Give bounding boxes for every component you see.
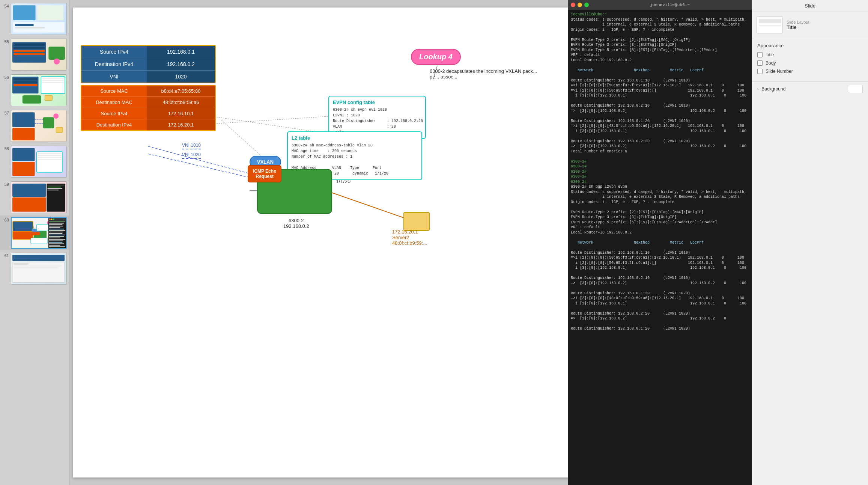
term-rd2-1: Route Distinguisher: 192.168.0.1:10 (L2V… <box>571 250 749 256</box>
svg-rect-19 <box>42 82 64 83</box>
inner-table-container: Source MAC b8:d4:e7:05:65:80 Destination… <box>81 85 216 131</box>
slide-thumbnail-60[interactable]: Lookup 4 <box>11 217 67 249</box>
checkbox-slide-number[interactable] <box>757 69 763 74</box>
background-label: Background <box>761 86 785 92</box>
svg-rect-35 <box>38 159 62 160</box>
svg-point-58 <box>51 218 53 220</box>
inner-value-src-ipv4: 172.16.10.1 <box>147 108 215 119</box>
checkbox-body[interactable] <box>757 60 763 66</box>
term-prompt-3: 6300-2# <box>571 164 749 169</box>
slide-thumbnail-58[interactable] <box>11 146 67 178</box>
inner-row-dst-ipv4: Destination IPv4 172.16.20.1 <box>81 119 215 130</box>
svg-rect-75 <box>49 243 64 244</box>
slide-thumb-59[interactable]: 59 <box>0 180 69 215</box>
term-spacer-6 <box>571 134 749 139</box>
checkbox-body-item[interactable]: Body <box>757 60 863 66</box>
svg-rect-74 <box>49 242 62 243</box>
svg-rect-15 <box>14 84 38 86</box>
slide-thumb-57[interactable]: 57 <box>0 108 69 143</box>
slide-content: Source IPv4 192.168.0.1 Destination IPv4… <box>73 8 639 477</box>
slide-number-61: 61 <box>2 253 9 258</box>
term-spacer-3 <box>571 73 749 78</box>
thumb-content-59 <box>11 182 66 213</box>
svg-rect-45 <box>13 231 33 239</box>
inner-value-dst-ipv4: 172.16.20.1 <box>147 119 215 130</box>
outer-label-src-ipv4: Source IPv4 <box>81 46 147 58</box>
checkbox-title-item[interactable]: Title <box>757 52 863 57</box>
slide-number-55: 55 <box>2 39 9 44</box>
slide-layout-label: Slide Layout <box>787 20 863 24</box>
slide-thumb-56[interactable]: 56 <box>0 73 69 108</box>
slide-number-59: 59 <box>2 182 9 187</box>
checkbox-title[interactable] <box>757 52 763 57</box>
slide-thumbnail-56[interactable] <box>11 74 67 106</box>
svg-rect-8 <box>14 50 45 52</box>
term-prompt-5: 6300-2# <box>571 174 749 179</box>
outer-value-vni: 1020 <box>147 71 215 83</box>
l2-table-title: L2 table <box>292 135 418 141</box>
term-spacer-14 <box>571 321 749 327</box>
slide-thumbnail-55[interactable] <box>11 39 67 71</box>
svg-rect-1 <box>38 5 64 20</box>
terminal-window[interactable]: joeneville@ub6:~ joeneville@ub6:~ Status… <box>568 0 752 485</box>
term-spacer-11 <box>571 271 749 276</box>
slide-thumbnail-61[interactable] <box>11 253 67 285</box>
background-expand-icon[interactable]: › <box>757 87 758 91</box>
svg-rect-63 <box>49 226 63 226</box>
terminal-body[interactable]: joeneville@ub6:~ Status codes: s suppres… <box>568 10 752 485</box>
term-header-1: Network Nexthop Metric LocPrf <box>571 68 749 73</box>
inner-row-src-ipv4: Source IPv4 172.16.10.1 <box>81 108 215 119</box>
svg-rect-42 <box>47 190 59 190</box>
term-route-5: =>i [2]:[0]:[0]:[48:0f:cf:b9:59:a6]:[172… <box>571 124 749 129</box>
slide-thumb-55[interactable]: 55 <box>0 37 69 72</box>
svg-rect-10 <box>48 47 65 60</box>
slide-thumb-60[interactable]: 60 <box>0 215 69 250</box>
term-r2-1: =>i [2]:[0]:[0]:[50:65:f3:2f:c9:a1]:[172… <box>571 255 749 261</box>
slide-thumb-61[interactable]: 61 <box>0 251 69 286</box>
svg-rect-77 <box>49 246 65 247</box>
vni-1010-label: VNI 1010 <box>182 143 201 149</box>
outer-row-src-ipv4: Source IPv4 192.168.0.1 <box>81 46 215 58</box>
term-evpn2: EVPN Route-Type 2 prefix: [2]:[ESI]:[Eth… <box>571 210 749 215</box>
checkbox-slide-number-item[interactable]: Slide Number <box>757 69 863 74</box>
term-evpn5: EVPN Route-Type 5 prefix: [5]:[ESI]:[Eth… <box>571 220 749 225</box>
term-line-2: i internal, e external S Stale, R Remove… <box>571 22 749 27</box>
term-line-3: Origin codes: i - IGP, e - EGP, ? - inco… <box>571 27 749 33</box>
slide-thumb-58[interactable]: 58 <box>0 144 69 179</box>
appearance-title: Appearance <box>757 43 863 48</box>
server-name: Server2 <box>392 235 427 240</box>
svg-rect-71 <box>49 238 60 238</box>
term-rd2-4: Route Distinguisher: 192.168.0.2:20 (L2V… <box>571 311 749 316</box>
slide-canvas[interactable]: Source IPv4 192.168.0.1 Destination IPv4… <box>73 8 639 477</box>
svg-rect-70 <box>49 236 64 237</box>
close-button[interactable] <box>571 3 575 7</box>
slide-thumbnail-57[interactable] <box>11 110 67 142</box>
evpn-table-content: 6300-2# sh evpn evi 1020 L2VNI : 1020 Ro… <box>333 107 421 135</box>
maximize-button[interactable] <box>584 3 589 7</box>
router-name: 6300-2 <box>283 218 309 223</box>
term-line-7: VRF : default <box>571 53 749 58</box>
term-rd2-5: Route Distinguisher: 192.168.0.1:20 (L2V… <box>571 326 749 331</box>
term-rd2-3: Route Distinguisher: 192.168.0.1:20 (L2V… <box>571 291 749 296</box>
slide-number-60: 60 <box>2 218 9 222</box>
term-spacer-13 <box>571 306 749 311</box>
right-panel: Slide Slide Layout Title Appearance Titl… <box>752 0 868 485</box>
slide-number-54: 54 <box>2 4 9 8</box>
svg-rect-23 <box>12 128 35 140</box>
evpn-table-title: EVPN config table <box>333 99 421 105</box>
minimize-button[interactable] <box>578 3 582 7</box>
term-r2-4: => [3]:[0]:[192.168.0.2] 192.168.0.2 0 1… <box>571 281 749 286</box>
svg-rect-4 <box>15 27 45 29</box>
slide-thumb-54[interactable]: 54 <box>0 2 69 36</box>
slide-thumbnail-59[interactable] <box>11 181 67 213</box>
outer-value-src-ipv4: 192.168.0.1 <box>147 46 215 58</box>
term-r2-2: i [2]:[0]:[0]:[50:65:f3:2f:c9:a1]:[] 192… <box>571 261 749 266</box>
svg-rect-61 <box>49 223 64 224</box>
checkbox-title-label: Title <box>766 52 774 57</box>
slide-thumbnail-54[interactable] <box>11 3 67 35</box>
term-r2-5: =>i [2]:[0]:[0]:[48:0f:cf:b9:59:a6]:[172… <box>571 296 749 301</box>
slide-panel[interactable]: 54 55 <box>0 0 69 485</box>
svg-rect-29 <box>12 148 35 161</box>
background-row[interactable]: › Background <box>757 85 863 93</box>
background-swatch[interactable] <box>848 85 863 93</box>
